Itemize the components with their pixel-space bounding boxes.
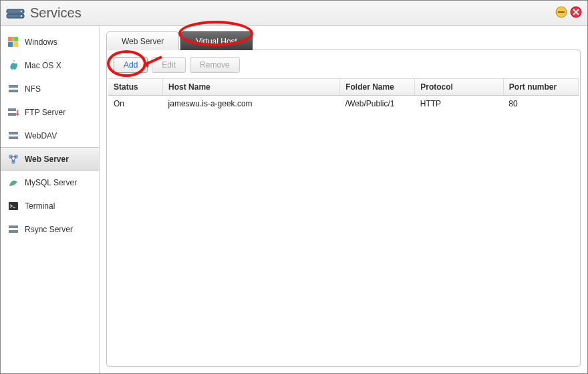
- table-row[interactable]: On jameswu.is-a-geek.com /Web/Public/1 H…: [108, 96, 579, 112]
- col-header-protocol[interactable]: Protocol: [415, 79, 504, 96]
- window-title: Services: [30, 5, 553, 21]
- sidebar-item-macosx[interactable]: Mac OS X: [1, 54, 99, 77]
- svg-rect-10: [13, 42, 18, 47]
- tab-web-server[interactable]: Web Server: [106, 31, 179, 50]
- webserver-icon: [6, 153, 21, 166]
- virtual-host-table-wrap: Status Host Name Folder Name Protocol Po…: [108, 78, 579, 365]
- cell-portnumber: 80: [503, 96, 578, 112]
- svg-rect-20: [9, 202, 18, 210]
- terminal-icon: [6, 199, 21, 213]
- button-label: Add: [124, 60, 138, 70]
- virtual-host-table: Status Host Name Folder Name Protocol Po…: [108, 79, 579, 112]
- services-icon: [6, 5, 26, 21]
- sidebar-item-windows[interactable]: Windows: [1, 30, 99, 54]
- rsync-icon: [6, 223, 21, 236]
- main-panel: Web Server Virtual Host Add: [100, 26, 587, 373]
- cell-hostname: jameswu.is-a-geek.com: [163, 96, 340, 112]
- sidebar-item-label: NFS: [25, 84, 41, 94]
- sidebar-item-webdav[interactable]: WebDAV: [1, 124, 99, 147]
- cell-status: On: [108, 96, 163, 112]
- sidebar-item-label: WebDAV: [25, 131, 57, 141]
- svg-rect-8: [13, 37, 18, 41]
- services-window: Services Windows Mac OS X: [0, 0, 588, 374]
- col-header-foldername[interactable]: Folder Name: [340, 79, 415, 96]
- svg-rect-9: [8, 42, 13, 47]
- sidebar-item-label: Mac OS X: [25, 61, 61, 70]
- cell-foldername: /Web/Public/1: [340, 96, 415, 112]
- ftp-icon: [6, 106, 21, 119]
- sidebar-item-label: MySQL Server: [25, 178, 77, 187]
- sidebar-item-label: Rsync Server: [25, 225, 73, 234]
- remove-button[interactable]: Remove: [190, 57, 240, 73]
- sidebar-item-ftp[interactable]: FTP Server: [1, 100, 99, 124]
- mysql-icon: [6, 176, 21, 189]
- sidebar-item-label: Windows: [25, 37, 57, 47]
- button-label: Edit: [162, 60, 176, 70]
- minimize-button[interactable]: [555, 6, 567, 20]
- svg-rect-14: [8, 113, 16, 116]
- svg-rect-22: [9, 230, 18, 233]
- svg-point-3: [21, 15, 22, 16]
- sidebar-item-label: Terminal: [25, 201, 55, 211]
- svg-rect-5: [558, 11, 565, 13]
- svg-rect-15: [9, 132, 18, 134]
- edit-button[interactable]: Edit: [152, 57, 186, 73]
- add-button[interactable]: Add: [114, 57, 148, 73]
- svg-rect-7: [8, 37, 13, 41]
- close-button[interactable]: [570, 6, 582, 20]
- sidebar-item-terminal[interactable]: Terminal: [1, 194, 99, 217]
- webdav-icon: [6, 129, 21, 143]
- apple-icon: [6, 59, 21, 72]
- col-header-portnumber[interactable]: Port number: [503, 79, 578, 96]
- tab-label: Web Server: [122, 37, 164, 46]
- svg-point-2: [21, 10, 22, 11]
- toolbar: Add Edit Remove: [107, 50, 580, 78]
- sidebar-item-nfs[interactable]: NFS: [1, 77, 99, 100]
- tabbar: Web Server Virtual Host: [106, 31, 581, 50]
- sidebar: Windows Mac OS X NFS FTP Server: [1, 26, 100, 373]
- col-header-status[interactable]: Status: [108, 79, 163, 96]
- svg-rect-11: [9, 85, 18, 88]
- windows-icon: [6, 35, 21, 49]
- tab-virtual-host[interactable]: Virtual Host: [180, 31, 253, 50]
- tab-label: Virtual Host: [196, 37, 237, 46]
- svg-rect-21: [9, 225, 18, 228]
- sidebar-item-rsync[interactable]: Rsync Server: [1, 217, 99, 241]
- tab-content: Add Edit Remove: [106, 50, 581, 367]
- svg-rect-16: [9, 136, 18, 139]
- col-header-hostname[interactable]: Host Name: [163, 79, 340, 96]
- titlebar: Services: [1, 1, 587, 26]
- body-area: Windows Mac OS X NFS FTP Server: [1, 26, 587, 373]
- cell-protocol: HTTP: [415, 96, 504, 112]
- sidebar-item-label: FTP Server: [25, 108, 65, 117]
- svg-rect-12: [9, 90, 18, 92]
- svg-rect-13: [8, 108, 16, 111]
- sidebar-item-mysql[interactable]: MySQL Server: [1, 171, 99, 194]
- table-header-row: Status Host Name Folder Name Protocol Po…: [108, 79, 579, 96]
- sidebar-item-webserver[interactable]: Web Server: [1, 147, 99, 171]
- button-label: Remove: [200, 60, 230, 70]
- nfs-icon: [6, 82, 21, 96]
- sidebar-item-label: Web Server: [25, 155, 69, 164]
